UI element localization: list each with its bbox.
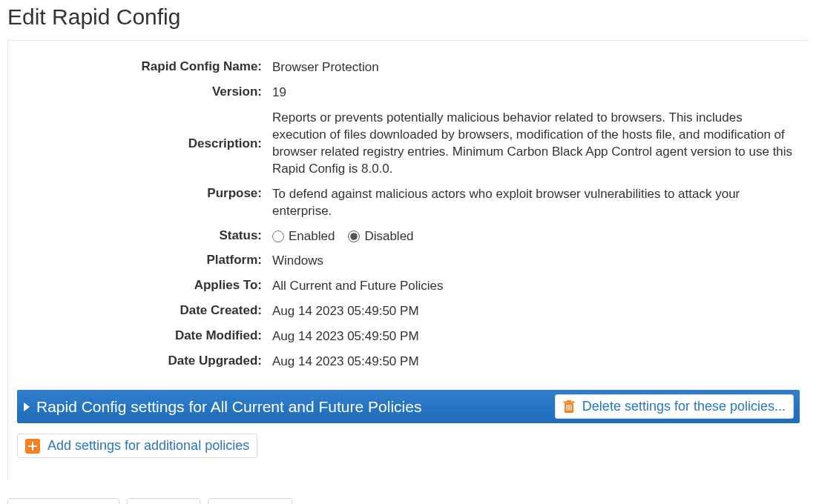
label-description: Description: <box>17 136 262 151</box>
status-disabled-radio[interactable] <box>348 231 360 242</box>
add-settings-button[interactable]: Add settings for additional policies <box>17 434 257 458</box>
plus-icon <box>25 439 40 454</box>
caret-right-icon <box>23 401 30 413</box>
svg-rect-6 <box>570 405 571 411</box>
status-enabled-option[interactable]: Enabled <box>272 228 335 245</box>
trash-icon <box>563 400 575 414</box>
label-version: Version: <box>17 84 262 99</box>
value-version: 19 <box>272 84 800 102</box>
status-enabled-radio[interactable] <box>272 231 284 242</box>
label-applies-to: Applies To: <box>17 277 262 293</box>
value-date-upgraded: Aug 14 2023 05:49:50 PM <box>272 353 800 371</box>
value-platform: Windows <box>272 252 800 270</box>
label-status: Status: <box>17 228 262 243</box>
svg-rect-9 <box>28 445 37 447</box>
label-name: Rapid Config Name: <box>17 59 262 74</box>
label-date-modified: Date Modified: <box>17 328 262 343</box>
delete-settings-label: Delete settings for these policies... <box>582 399 786 414</box>
settings-expand-toggle[interactable]: Rapid Config settings for All Current an… <box>23 398 421 416</box>
value-purpose: To defend against malicious actors who e… <box>272 185 800 220</box>
svg-marker-0 <box>24 402 30 411</box>
delete-settings-button[interactable]: Delete settings for these policies... <box>555 394 794 419</box>
add-settings-label: Add settings for additional policies <box>47 438 249 454</box>
label-date-upgraded: Date Upgraded: <box>17 353 262 368</box>
status-disabled-label: Disabled <box>364 228 413 245</box>
save-exit-button[interactable]: Save & Exit <box>7 498 119 504</box>
label-platform: Platform: <box>17 252 262 268</box>
value-description: Reports or prevents potentially maliciou… <box>272 109 800 178</box>
footer-actions: Save & Exit Save Cancel <box>7 480 809 504</box>
settings-section-title: Rapid Config settings for All Current an… <box>36 398 421 416</box>
status-enabled-label: Enabled <box>289 228 335 245</box>
value-date-created: Aug 14 2023 05:49:50 PM <box>272 302 800 320</box>
svg-rect-3 <box>567 400 571 402</box>
cancel-button[interactable]: Cancel <box>208 498 292 504</box>
status-disabled-option[interactable]: Disabled <box>348 228 413 245</box>
svg-rect-5 <box>568 405 569 411</box>
label-date-created: Date Created: <box>17 302 262 318</box>
value-name: Browser Protection <box>272 59 800 76</box>
page-title: Edit Rapid Config <box>7 4 809 30</box>
value-applies-to: All Current and Future Policies <box>272 277 800 295</box>
field-grid: Rapid Config Name: Browser Protection Ve… <box>17 59 800 371</box>
label-purpose: Purpose: <box>17 185 262 201</box>
value-date-modified: Aug 14 2023 05:49:50 PM <box>272 328 800 345</box>
config-panel: Rapid Config Name: Browser Protection Ve… <box>7 40 809 480</box>
value-status: Enabled Disabled <box>272 228 800 245</box>
svg-rect-4 <box>566 405 567 411</box>
save-button[interactable]: Save <box>127 498 200 504</box>
settings-section-header: Rapid Config settings for All Current an… <box>17 390 800 423</box>
